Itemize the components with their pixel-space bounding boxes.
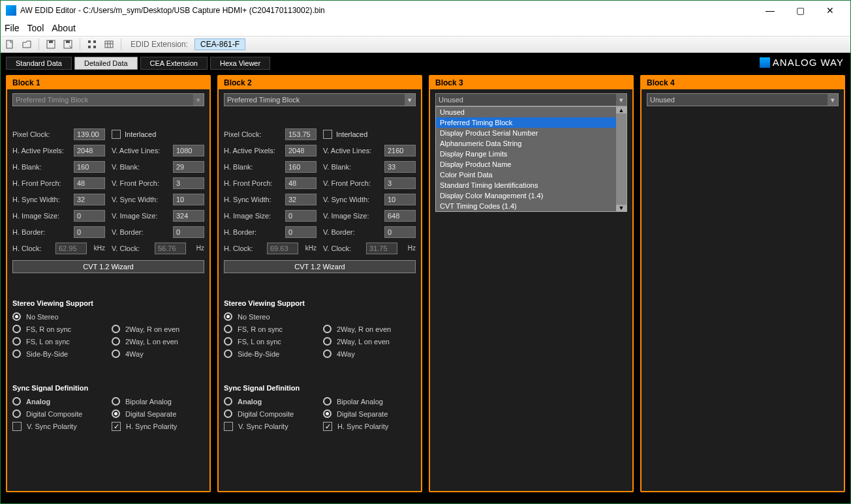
minimize-button[interactable]: — (755, 1, 785, 20)
vsync-polarity-checkbox[interactable] (224, 422, 233, 431)
v-img-input[interactable]: 648 (384, 210, 416, 222)
menu-about[interactable]: About (52, 23, 76, 33)
radio-bipolar[interactable] (323, 397, 332, 406)
radio-2way-l[interactable] (323, 337, 332, 346)
svg-rect-6 (93, 40, 96, 43)
dropdown-item[interactable]: Display Product Name (436, 159, 627, 170)
block-1-type-select[interactable]: Preferred Timing Block▾ (12, 93, 204, 106)
radio-digital-separate[interactable] (323, 409, 332, 418)
radio-analog[interactable] (12, 397, 21, 406)
scrollbar[interactable]: ▲▼ (616, 107, 627, 211)
dropdown-item[interactable]: Display Product Serial Number (436, 128, 627, 138)
v-fp-input[interactable]: 3 (173, 177, 204, 189)
new-icon[interactable] (5, 39, 15, 50)
v-blank-input[interactable]: 29 (173, 161, 204, 173)
tab-standard-data[interactable]: Standard Data (6, 57, 72, 70)
h-sw-input[interactable]: 32 (74, 194, 105, 205)
block-1: Block 1 Preferred Timing Block▾ Pixel Cl… (6, 75, 211, 492)
svg-rect-0 (7, 40, 12, 48)
radio-bipolar[interactable] (112, 397, 120, 406)
radio-fs-r[interactable] (12, 325, 21, 333)
radio-2way-r[interactable] (323, 325, 332, 333)
h-fp-input[interactable]: 48 (74, 177, 105, 189)
open-icon[interactable] (22, 39, 32, 50)
v-sw-input[interactable]: 10 (173, 194, 204, 205)
h-clock-value: 69.63 (267, 243, 298, 254)
close-button[interactable]: ✕ (815, 1, 845, 20)
interlaced-checkbox[interactable] (323, 130, 332, 139)
h-sw-input[interactable]: 32 (285, 194, 317, 205)
dropdown-item[interactable]: Standard Timing Identifications (436, 180, 627, 190)
save-as-icon[interactable] (63, 39, 73, 50)
radio-2way-l[interactable] (112, 337, 120, 346)
radio-fs-l[interactable] (224, 337, 232, 346)
v-active-input[interactable]: 2160 (384, 145, 416, 156)
dropdown-item[interactable]: Display Color Management (1.4) (436, 190, 627, 201)
ext-button[interactable]: CEA-861-F (194, 38, 245, 50)
vsync-polarity-checkbox[interactable] (12, 422, 22, 431)
h-border-input[interactable]: 0 (74, 226, 105, 238)
dropdown-item[interactable]: Alphanumeric Data String (436, 138, 627, 149)
cvt-wizard-button[interactable]: CVT 1.2 Wizard (12, 260, 204, 273)
svg-rect-4 (66, 40, 70, 43)
radio-sbs[interactable] (12, 349, 21, 358)
radio-fs-l[interactable] (12, 337, 21, 346)
dropdown-item[interactable]: Color Point Data (436, 170, 627, 180)
h-border-input[interactable]: 0 (285, 226, 317, 238)
radio-4way[interactable] (112, 349, 120, 358)
toolbar-separator (80, 38, 80, 50)
h-fp-input[interactable]: 48 (285, 177, 317, 189)
hsync-polarity-checkbox[interactable] (112, 422, 121, 431)
toolbar: EDID Extension: CEA-861-F (1, 36, 850, 53)
h-blank-input[interactable]: 160 (285, 161, 317, 173)
dropdown-item[interactable]: Unused (436, 107, 627, 117)
hsync-polarity-checkbox[interactable] (323, 422, 332, 431)
save-icon[interactable] (46, 39, 56, 50)
block-2: Block 2 Preferred Timing Block▾ Pixel Cl… (217, 75, 422, 492)
scroll-up-icon[interactable]: ▲ (616, 107, 627, 113)
h-blank-input[interactable]: 160 (74, 161, 105, 173)
dropdown-item[interactable]: CVT Timing Codes (1.4) (436, 201, 627, 211)
svg-rect-9 (105, 41, 113, 48)
v-border-input[interactable]: 0 (173, 226, 204, 238)
radio-sbs[interactable] (224, 349, 232, 358)
radio-digital-separate[interactable] (112, 409, 120, 418)
dropdown-item[interactable]: Display Range Limits (436, 149, 627, 159)
v-border-input[interactable]: 0 (384, 226, 416, 238)
tab-hexa-viewer[interactable]: Hexa Viewer (210, 57, 270, 70)
radio-no-stereo[interactable] (224, 312, 232, 321)
interlaced-checkbox[interactable] (112, 130, 121, 139)
tab-detailed-data[interactable]: Detailed Data (74, 57, 138, 70)
h-active-input[interactable]: 2048 (74, 145, 105, 156)
block-3-type-select[interactable]: Unused▾ (435, 93, 627, 106)
radio-digital-composite[interactable] (224, 409, 232, 418)
dropdown-item[interactable]: Preferred Timing Block (436, 117, 627, 128)
v-fp-input[interactable]: 3 (384, 177, 416, 189)
block-4-type-select[interactable]: Unused▾ (647, 93, 839, 106)
h-active-input[interactable]: 2048 (285, 145, 317, 156)
pixel-clock-input[interactable]: 139.00 (74, 128, 105, 140)
block-2-type-select[interactable]: Preferred Timing Block▾ (224, 93, 416, 106)
v-active-input[interactable]: 1080 (173, 145, 204, 156)
radio-analog[interactable] (224, 397, 232, 406)
radio-2way-r[interactable] (112, 325, 120, 333)
radio-fs-r[interactable] (224, 325, 232, 333)
block-2-header: Block 2 (219, 76, 421, 89)
v-sw-input[interactable]: 10 (384, 194, 416, 205)
v-img-input[interactable]: 324 (173, 210, 204, 222)
tab-cea-extension[interactable]: CEA Extension (140, 57, 208, 70)
menu-file[interactable]: File (5, 23, 20, 33)
v-blank-input[interactable]: 33 (384, 161, 416, 173)
h-img-input[interactable]: 0 (285, 210, 317, 222)
table-icon[interactable] (104, 39, 114, 50)
radio-digital-composite[interactable] (12, 409, 21, 418)
scroll-down-icon[interactable]: ▼ (616, 205, 627, 211)
grid-icon[interactable] (87, 39, 97, 50)
radio-4way[interactable] (323, 349, 332, 358)
h-img-input[interactable]: 0 (74, 210, 105, 222)
cvt-wizard-button[interactable]: CVT 1.2 Wizard (224, 260, 416, 273)
radio-no-stereo[interactable] (12, 312, 21, 321)
pixel-clock-input[interactable]: 153.75 (285, 128, 317, 140)
maximize-button[interactable]: ▢ (785, 1, 815, 20)
menu-tool[interactable]: Tool (27, 23, 44, 33)
